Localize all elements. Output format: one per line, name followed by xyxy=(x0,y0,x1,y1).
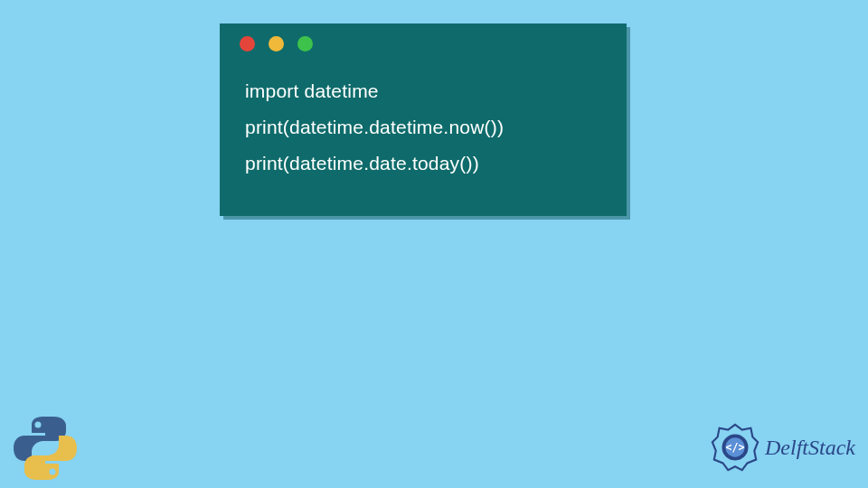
code-window: import datetime print(datetime.datetime.… xyxy=(220,23,627,216)
code-line: print(datetime.datetime.now()) xyxy=(245,109,601,145)
close-icon xyxy=(240,36,255,52)
code-body: import datetime print(datetime.datetime.… xyxy=(220,61,627,216)
code-line: import datetime xyxy=(245,73,601,109)
svg-point-1 xyxy=(50,469,56,475)
svg-text:</>: </> xyxy=(726,441,745,454)
python-logo-icon xyxy=(11,414,80,483)
window-titlebar xyxy=(220,23,627,61)
code-line: print(datetime.date.today()) xyxy=(245,145,601,182)
delftstack-text: DelftStack xyxy=(765,436,855,460)
delftstack-logo: </> DelftStack xyxy=(709,421,855,474)
minimize-icon xyxy=(269,36,284,52)
delftstack-emblem-icon: </> xyxy=(709,421,761,474)
svg-point-0 xyxy=(35,422,42,428)
maximize-icon xyxy=(297,36,313,52)
